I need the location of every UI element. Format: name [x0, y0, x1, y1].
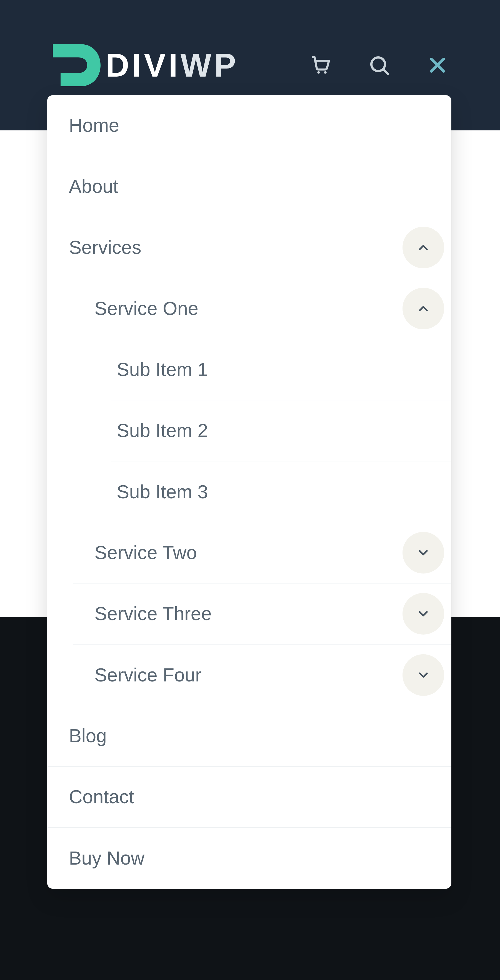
svg-point-0 [317, 71, 320, 73]
menu-item-service-four[interactable]: Service Four [73, 644, 451, 706]
menu-item-home[interactable]: Home [47, 95, 451, 156]
cart-icon [310, 54, 332, 76]
menu-item-sub-item-2[interactable]: Sub Item 2 [111, 400, 451, 461]
menu-item-label: Blog [47, 724, 107, 747]
close-icon [427, 55, 448, 76]
menu-item-service-three[interactable]: Service Three [73, 584, 451, 644]
cart-button[interactable] [307, 51, 335, 79]
menu-item-sub-item-3[interactable]: Sub Item 3 [111, 461, 451, 522]
menu-item-label: Sub Item 2 [111, 419, 208, 442]
logo-text-b: WP [181, 47, 239, 84]
logo-mark-icon [47, 37, 103, 93]
site-logo[interactable]: DIVIWP [47, 37, 239, 93]
submenu-toggle-service-two[interactable] [403, 532, 444, 574]
service-one-submenu: Sub Item 1 Sub Item 2 Sub Item 3 [47, 339, 451, 522]
menu-item-label: About [47, 175, 118, 198]
chevron-down-icon [416, 606, 431, 621]
menu-item-service-one[interactable]: Service One [73, 278, 451, 339]
menu-item-label: Sub Item 1 [111, 358, 208, 381]
svg-line-3 [383, 69, 388, 74]
submenu-toggle-service-three[interactable] [403, 593, 444, 635]
chevron-down-icon [416, 668, 431, 682]
menu-close-button[interactable] [423, 51, 451, 79]
submenu-toggle-service-four[interactable] [403, 654, 444, 696]
logo-text: DIVIWP [105, 46, 239, 84]
search-icon [367, 54, 391, 77]
menu-item-services[interactable]: Services [47, 217, 451, 278]
menu-item-label: Buy Now [47, 847, 144, 870]
chevron-up-icon [416, 240, 431, 255]
menu-item-blog[interactable]: Blog [47, 706, 451, 767]
menu-item-label: Service One [73, 297, 198, 320]
menu-item-label: Contact [47, 786, 134, 808]
submenu-toggle-services[interactable] [403, 227, 444, 268]
menu-item-service-two[interactable]: Service Two [73, 522, 451, 584]
menu-item-about[interactable]: About [47, 156, 451, 217]
search-button[interactable] [365, 51, 393, 79]
submenu-toggle-service-one[interactable] [403, 288, 444, 329]
menu-item-sub-item-1[interactable]: Sub Item 1 [111, 339, 451, 400]
services-submenu: Service One Sub Item 1 Sub Item 2 Sub It… [47, 278, 451, 706]
menu-item-label: Service Two [73, 541, 197, 564]
menu-item-label: Service Four [73, 664, 201, 686]
chevron-up-icon [416, 301, 431, 316]
mobile-menu-panel: Home About Services Service One Sub It [47, 95, 451, 889]
logo-text-a: DIVI [105, 47, 181, 84]
menu-item-buy-now[interactable]: Buy Now [47, 828, 451, 889]
menu-item-label: Services [47, 236, 141, 259]
menu-item-label: Home [47, 114, 119, 137]
menu-item-label: Sub Item 3 [111, 480, 208, 503]
chevron-down-icon [416, 546, 431, 560]
menu-item-label: Service Three [73, 602, 212, 625]
svg-point-1 [324, 71, 327, 73]
menu-item-contact[interactable]: Contact [47, 767, 451, 828]
header-icons [307, 51, 451, 79]
